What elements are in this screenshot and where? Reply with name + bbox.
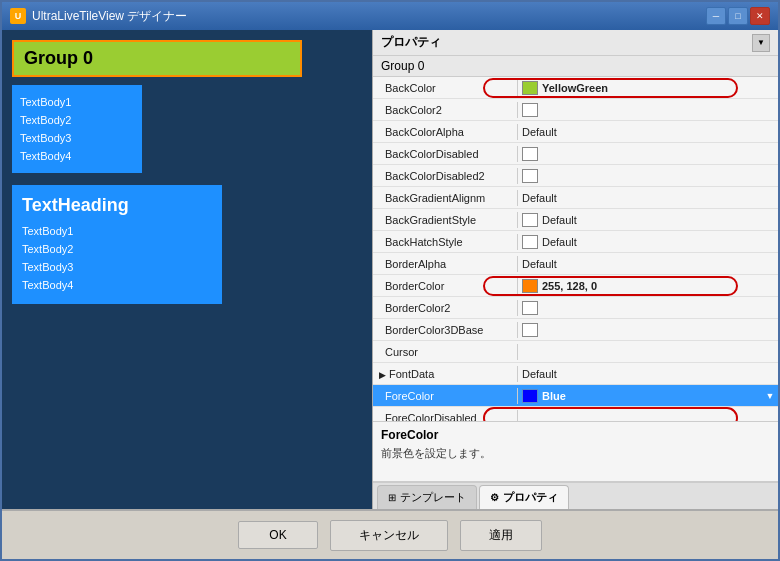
prop-row-backhatchstyle[interactable]: BackHatchStyle Default [373,231,778,253]
properties-title: プロパティ [381,34,441,51]
prop-value-backcolordisabled2 [518,169,778,183]
tab-template-label: テンプレート [400,490,466,505]
prop-value-borderalpha: Default [518,258,778,270]
tile-large-line3: TextBody3 [22,258,212,276]
tile-small-line4: TextBody4 [20,147,134,165]
maximize-button[interactable]: □ [728,7,748,25]
close-button[interactable]: ✕ [750,7,770,25]
prop-row-backcoloralpha[interactable]: BackColorAlpha Default [373,121,778,143]
app-icon: U [10,8,26,24]
properties-dropdown-btn[interactable]: ▼ [752,34,770,52]
tile-small: TextBody1 TextBody2 TextBody3 TextBody4 [12,85,142,173]
tab-properties[interactable]: ⚙ プロパティ [479,485,569,509]
prop-name-backcoloralpha: BackColorAlpha [373,124,518,140]
prop-row-backcolor2[interactable]: BackColor2 [373,99,778,121]
prop-row-backgradientalign[interactable]: BackGradientAlignm Default [373,187,778,209]
minimize-button[interactable]: ─ [706,7,726,25]
backgradientstyle-text: Default [542,214,577,226]
tile-heading: TextHeading [22,195,212,216]
bordercolor3dbase-swatch [522,323,538,337]
prop-row-backcolor[interactable]: BackColor YellowGreen [373,77,778,99]
prop-name-fontdata: ▶FontData [373,366,518,382]
prop-name-backhatchstyle: BackHatchStyle [373,234,518,250]
props-info-title: ForeColor [381,428,770,442]
footer: OK キャンセル 適用 [2,509,778,559]
prop-row-forecolor[interactable]: ForeColor Blue ▼ [373,385,778,407]
props-info-desc: 前景色を設定します。 [381,446,770,461]
prop-name-backgradientalign: BackGradientAlignm [373,190,518,206]
prop-value-backcoloralpha: Default [518,126,778,138]
prop-value-backcolordisabled [518,147,778,161]
backcolordisabled-swatch [522,147,538,161]
prop-row-bordercolor3dbase[interactable]: BorderColor3DBase [373,319,778,341]
prop-value-bordercolor: 255, 128, 0 [518,279,778,293]
tile-small-line2: TextBody2 [20,111,134,129]
tile-large-line4: TextBody4 [22,276,212,294]
tab-template[interactable]: ⊞ テンプレート [377,485,477,509]
tab-properties-label: プロパティ [503,490,558,505]
prop-row-borderalpha[interactable]: BorderAlpha Default [373,253,778,275]
fontdata-arrow: ▶ [379,370,386,380]
prop-row-backcolordisabled2[interactable]: BackColorDisabled2 [373,165,778,187]
title-bar-left: U UltraLiveTileView デザイナー [10,8,187,25]
prop-name-cursor: Cursor [373,344,518,360]
prop-name-backcolor: BackColor [373,80,518,96]
tile-small-line3: TextBody3 [20,129,134,147]
prop-row-forecolordisabled[interactable]: ForeColorDisabled [373,407,778,422]
backcolordisabled2-swatch [522,169,538,183]
borderalpha-text: Default [522,258,557,270]
prop-value-backgradientstyle: Default [518,213,778,227]
bordercolor-swatch [522,279,538,293]
properties-tab-icon: ⚙ [490,492,499,503]
tab-bar: ⊞ テンプレート ⚙ プロパティ [373,482,778,509]
prop-row-backgradientstyle[interactable]: BackGradientStyle Default [373,209,778,231]
props-rows-container: BackColor YellowGreen BackColor2 [373,77,778,422]
prop-value-forecolor: Blue [518,389,762,403]
backhatchstyle-swatch [522,235,538,249]
prop-name-backcolordisabled2: BackColorDisabled2 [373,168,518,184]
forecolor-dropdown-btn[interactable]: ▼ [762,386,778,406]
ok-button[interactable]: OK [238,521,318,549]
backcolor2-swatch [522,103,538,117]
properties-table[interactable]: BackColor YellowGreen BackColor2 [373,77,778,422]
bordercolor-text: 255, 128, 0 [542,280,597,292]
tile-small-line1: TextBody1 [20,93,134,111]
tile-large-line2: TextBody2 [22,240,212,258]
content-area: Group 0 TextBody1 TextBody2 TextBody3 Te… [2,30,778,509]
main-window: U UltraLiveTileView デザイナー ─ □ ✕ Group 0 … [0,0,780,561]
backcolor-swatch [522,81,538,95]
prop-name-bordercolor2: BorderColor2 [373,300,518,316]
prop-name-backcolordisabled: BackColorDisabled [373,146,518,162]
prop-row-bordercolor2[interactable]: BorderColor2 [373,297,778,319]
bordercolor2-swatch [522,301,538,315]
template-tab-icon: ⊞ [388,492,396,503]
prop-row-bordercolor[interactable]: BorderColor 255, 128, 0 [373,275,778,297]
prop-name-bordercolor3dbase: BorderColor3DBase [373,322,518,338]
prop-name-bordercolor: BorderColor [373,278,518,294]
prop-value-backhatchstyle: Default [518,235,778,249]
prop-row-fontdata[interactable]: ▶FontData Default [373,363,778,385]
tile-large-line1: TextBody1 [22,222,212,240]
properties-panel: プロパティ ▼ Group 0 BackColor YellowGreen [372,30,778,509]
prop-value-bordercolor3dbase [518,323,778,337]
window-title: UltraLiveTileView デザイナー [32,8,187,25]
prop-value-backcolor2 [518,103,778,117]
prop-name-forecolordisabled: ForeColorDisabled [373,410,518,423]
forecolor-swatch [522,389,538,403]
designer-panel: Group 0 TextBody1 TextBody2 TextBody3 Te… [2,30,372,509]
backcolor-text: YellowGreen [542,82,608,94]
prop-value-backgradientalign: Default [518,192,778,204]
prop-value-bordercolor2 [518,301,778,315]
backhatchstyle-text: Default [542,236,577,248]
prop-row-backcolordisabled[interactable]: BackColorDisabled [373,143,778,165]
cancel-button[interactable]: キャンセル [330,520,448,551]
prop-value-backcolor: YellowGreen [518,81,778,95]
properties-info: ForeColor 前景色を設定します。 [373,422,778,482]
apply-button[interactable]: 適用 [460,520,542,551]
tile-large: TextHeading TextBody1 TextBody2 TextBody… [12,185,222,304]
group0-header: Group 0 [12,40,302,77]
prop-row-cursor[interactable]: Cursor [373,341,778,363]
backcoloralpha-text: Default [522,126,557,138]
backgradientalign-text: Default [522,192,557,204]
prop-value-fontdata: Default [518,368,778,380]
